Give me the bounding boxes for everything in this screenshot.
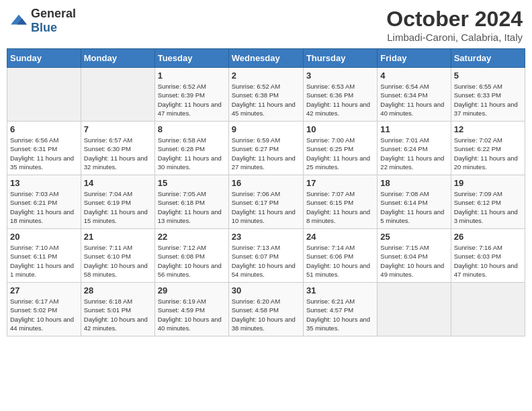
day-number: 13: [10, 178, 78, 188]
day-number: 2: [232, 71, 300, 81]
day-details: Sunrise: 7:01 AM Sunset: 6:24 PM Dayligh…: [380, 136, 447, 171]
day-details: Sunrise: 6:58 AM Sunset: 6:28 PM Dayligh…: [158, 136, 226, 171]
day-details: Sunrise: 7:03 AM Sunset: 6:21 PM Dayligh…: [10, 189, 78, 225]
title-block: October 2024 Limbadi-Caroni, Calabria, I…: [386, 7, 523, 43]
day-number: 17: [306, 178, 374, 188]
calendar-cell: [81, 68, 154, 122]
day-number: 20: [10, 232, 78, 242]
weekday-header-sunday: Sunday: [7, 49, 81, 68]
day-details: Sunrise: 7:16 AM Sunset: 6:03 PM Dayligh…: [454, 243, 522, 279]
calendar-cell: 26Sunrise: 7:16 AM Sunset: 6:03 PM Dayli…: [451, 229, 525, 283]
day-details: Sunrise: 7:05 AM Sunset: 6:18 PM Dayligh…: [158, 189, 226, 225]
calendar-cell: 6Sunrise: 6:56 AM Sunset: 6:31 PM Daylig…: [7, 122, 81, 175]
day-number: 24: [306, 232, 374, 242]
day-details: Sunrise: 6:19 AM Sunset: 4:59 PM Dayligh…: [158, 297, 226, 332]
day-number: 1: [158, 71, 226, 81]
calendar-cell: 4Sunrise: 6:54 AM Sunset: 6:34 PM Daylig…: [378, 68, 451, 122]
weekday-header-thursday: Thursday: [303, 49, 377, 68]
day-number: 22: [158, 232, 226, 242]
logo-blue: Blue: [31, 21, 57, 34]
day-details: Sunrise: 6:18 AM Sunset: 5:01 PM Dayligh…: [84, 297, 152, 332]
calendar-cell: 9Sunrise: 6:59 AM Sunset: 6:27 PM Daylig…: [228, 122, 303, 175]
day-number: 25: [380, 232, 447, 242]
calendar-cell: 22Sunrise: 7:12 AM Sunset: 6:08 PM Dayli…: [154, 229, 228, 283]
calendar-cell: 1Sunrise: 6:52 AM Sunset: 6:39 PM Daylig…: [154, 68, 228, 122]
day-details: Sunrise: 6:59 AM Sunset: 6:27 PM Dayligh…: [232, 136, 300, 171]
day-details: Sunrise: 7:10 AM Sunset: 6:11 PM Dayligh…: [10, 243, 78, 279]
calendar-cell: 27Sunrise: 6:17 AM Sunset: 5:02 PM Dayli…: [7, 283, 81, 336]
calendar-cell: 2Sunrise: 6:52 AM Sunset: 6:38 PM Daylig…: [228, 68, 303, 122]
day-number: 31: [306, 285, 374, 295]
day-number: 9: [232, 124, 300, 134]
logo: General Blue: [9, 7, 76, 35]
weekday-header-tuesday: Tuesday: [154, 49, 228, 68]
calendar-cell: 3Sunrise: 6:53 AM Sunset: 6:36 PM Daylig…: [303, 68, 377, 122]
day-number: 29: [158, 285, 226, 295]
calendar-cell: 20Sunrise: 7:10 AM Sunset: 6:11 PM Dayli…: [7, 229, 81, 283]
day-details: Sunrise: 7:12 AM Sunset: 6:08 PM Dayligh…: [158, 243, 226, 279]
day-number: 12: [454, 124, 522, 134]
day-details: Sunrise: 7:09 AM Sunset: 6:12 PM Dayligh…: [454, 189, 522, 225]
day-details: Sunrise: 7:11 AM Sunset: 6:10 PM Dayligh…: [84, 243, 152, 279]
calendar-cell: 11Sunrise: 7:01 AM Sunset: 6:24 PM Dayli…: [378, 122, 451, 175]
day-number: 21: [84, 232, 152, 242]
day-details: Sunrise: 6:55 AM Sunset: 6:33 PM Dayligh…: [454, 82, 522, 118]
calendar-cell: [451, 283, 525, 336]
weekday-header-friday: Friday: [378, 49, 451, 68]
day-number: 15: [158, 178, 226, 188]
calendar-cell: 10Sunrise: 7:00 AM Sunset: 6:25 PM Dayli…: [303, 122, 377, 175]
day-number: 8: [158, 124, 226, 134]
day-details: Sunrise: 7:04 AM Sunset: 6:19 PM Dayligh…: [84, 189, 152, 225]
calendar-cell: 31Sunrise: 6:21 AM Sunset: 4:57 PM Dayli…: [303, 283, 377, 336]
month-title: October 2024: [386, 7, 523, 32]
day-number: 23: [232, 232, 300, 242]
day-details: Sunrise: 6:52 AM Sunset: 6:39 PM Dayligh…: [158, 82, 226, 118]
calendar-cell: 24Sunrise: 7:14 AM Sunset: 6:06 PM Dayli…: [303, 229, 377, 283]
calendar-cell: 12Sunrise: 7:02 AM Sunset: 6:22 PM Dayli…: [451, 122, 525, 175]
day-number: 7: [84, 124, 152, 134]
weekday-header-wednesday: Wednesday: [228, 49, 303, 68]
day-number: 30: [232, 285, 300, 295]
day-number: 26: [454, 232, 522, 242]
day-number: 14: [84, 178, 152, 188]
calendar-cell: 23Sunrise: 7:13 AM Sunset: 6:07 PM Dayli…: [228, 229, 303, 283]
day-number: 28: [84, 285, 152, 295]
calendar-cell: 15Sunrise: 7:05 AM Sunset: 6:18 PM Dayli…: [154, 175, 228, 229]
calendar-cell: 21Sunrise: 7:11 AM Sunset: 6:10 PM Dayli…: [81, 229, 154, 283]
day-number: 27: [10, 285, 78, 295]
day-number: 18: [380, 178, 447, 188]
day-number: 4: [380, 71, 447, 81]
logo-icon: [9, 13, 28, 28]
day-details: Sunrise: 6:53 AM Sunset: 6:36 PM Dayligh…: [306, 82, 374, 118]
calendar-cell: 18Sunrise: 7:08 AM Sunset: 6:14 PM Dayli…: [378, 175, 451, 229]
day-details: Sunrise: 6:57 AM Sunset: 6:30 PM Dayligh…: [84, 136, 152, 171]
weekday-header-saturday: Saturday: [451, 49, 525, 68]
calendar-cell: 29Sunrise: 6:19 AM Sunset: 4:59 PM Dayli…: [154, 283, 228, 336]
calendar-cell: 19Sunrise: 7:09 AM Sunset: 6:12 PM Dayli…: [451, 175, 525, 229]
day-number: 10: [306, 124, 374, 134]
calendar-cell: [7, 68, 81, 122]
day-details: Sunrise: 7:07 AM Sunset: 6:15 PM Dayligh…: [306, 189, 374, 225]
logo-general: General: [31, 7, 76, 20]
day-details: Sunrise: 7:15 AM Sunset: 6:04 PM Dayligh…: [380, 243, 447, 279]
weekday-header-monday: Monday: [81, 49, 154, 68]
day-number: 11: [380, 124, 447, 134]
day-details: Sunrise: 6:20 AM Sunset: 4:58 PM Dayligh…: [232, 297, 300, 332]
location-title: Limbadi-Caroni, Calabria, Italy: [386, 32, 523, 43]
day-number: 5: [454, 71, 522, 81]
calendar-cell: 8Sunrise: 6:58 AM Sunset: 6:28 PM Daylig…: [154, 122, 228, 175]
day-details: Sunrise: 7:02 AM Sunset: 6:22 PM Dayligh…: [454, 136, 522, 171]
calendar-table: SundayMondayTuesdayWednesdayThursdayFrid…: [7, 48, 525, 336]
day-details: Sunrise: 6:21 AM Sunset: 4:57 PM Dayligh…: [306, 297, 374, 332]
calendar-cell: 13Sunrise: 7:03 AM Sunset: 6:21 PM Dayli…: [7, 175, 81, 229]
calendar-cell: 28Sunrise: 6:18 AM Sunset: 5:01 PM Dayli…: [81, 283, 154, 336]
calendar-cell: 7Sunrise: 6:57 AM Sunset: 6:30 PM Daylig…: [81, 122, 154, 175]
day-details: Sunrise: 6:56 AM Sunset: 6:31 PM Dayligh…: [10, 136, 78, 171]
calendar-cell: 14Sunrise: 7:04 AM Sunset: 6:19 PM Dayli…: [81, 175, 154, 229]
calendar-cell: 16Sunrise: 7:06 AM Sunset: 6:17 PM Dayli…: [228, 175, 303, 229]
day-details: Sunrise: 7:06 AM Sunset: 6:17 PM Dayligh…: [232, 189, 300, 225]
day-number: 6: [10, 124, 78, 134]
calendar-cell: 17Sunrise: 7:07 AM Sunset: 6:15 PM Dayli…: [303, 175, 377, 229]
calendar-cell: 25Sunrise: 7:15 AM Sunset: 6:04 PM Dayli…: [378, 229, 451, 283]
day-details: Sunrise: 6:52 AM Sunset: 6:38 PM Dayligh…: [232, 82, 300, 118]
